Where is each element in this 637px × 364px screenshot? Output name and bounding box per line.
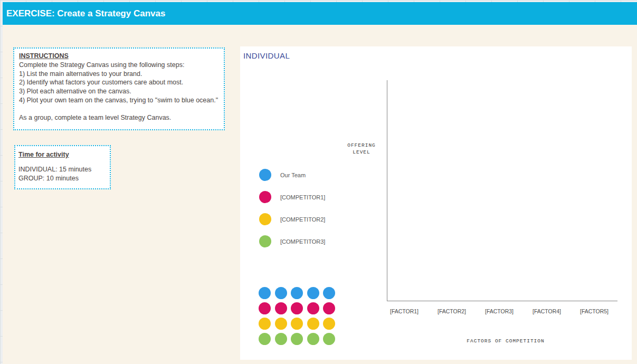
exercise-title-bar: EXERCISE: Create a Strategy Canvas xyxy=(3,2,637,25)
x-axis-line xyxy=(387,301,617,301)
instructions-step: 4) Plot your own team on the canvas, try… xyxy=(19,96,219,105)
palette-dot-yellow[interactable] xyxy=(291,318,303,330)
palette-dot-blue[interactable] xyxy=(259,287,271,299)
palette-dot-pink[interactable] xyxy=(323,302,335,314)
legend-label[interactable]: [COMPETITOR3] xyxy=(280,238,325,245)
instructions-step: 2) Identify what factors your customers … xyxy=(19,78,219,87)
y-axis-label-line: LEVEL xyxy=(338,149,385,156)
legend-row-competitor2: [COMPETITOR2] xyxy=(259,213,325,225)
instructions-heading: INSTRUCTIONS xyxy=(19,52,219,61)
palette-row-yellow xyxy=(259,318,335,330)
y-axis-line xyxy=(387,80,387,301)
competitor3-dot[interactable] xyxy=(259,235,271,247)
time-group: GROUP: 10 minutes xyxy=(18,174,107,183)
whiteboard-background: EXERCISE: Create a Strategy Canvas INSTR… xyxy=(0,0,637,364)
spacer xyxy=(19,105,219,113)
legend-label[interactable]: [COMPETITOR1] xyxy=(280,194,325,200)
palette-dot-yellow[interactable] xyxy=(259,318,271,330)
palette-dot-green[interactable] xyxy=(307,333,319,345)
instructions-step: 1) List the main alternatives to your br… xyxy=(19,70,219,79)
palette-dot-yellow[interactable] xyxy=(307,318,319,330)
spacer xyxy=(18,159,107,165)
instructions-footer: As a group, complete a team level Strate… xyxy=(19,113,219,122)
factor-label-4[interactable]: [FACTOR4] xyxy=(533,308,561,314)
time-for-activity-box: Time for activity INDIVIDUAL: 15 minutes… xyxy=(14,145,111,189)
y-axis-label: OFFERING LEVEL xyxy=(338,142,385,156)
palette-row-blue xyxy=(259,287,335,299)
palette-dot-yellow[interactable] xyxy=(275,318,287,330)
palette-dot-pink[interactable] xyxy=(307,302,319,314)
palette-dot-yellow[interactable] xyxy=(323,318,335,330)
dot-palette xyxy=(259,287,335,345)
instructions-step: 3) Plot each alternative on the canvas. xyxy=(19,87,219,96)
factor-label-3[interactable]: [FACTOR3] xyxy=(485,308,514,314)
exercise-title: EXERCISE: Create a Strategy Canvas xyxy=(6,8,165,18)
competitor1-dot[interactable] xyxy=(259,191,271,203)
instructions-box: INSTRUCTIONS Complete the Strategy Canva… xyxy=(13,47,225,130)
palette-dot-pink[interactable] xyxy=(275,302,287,314)
palette-dot-blue[interactable] xyxy=(291,287,303,299)
time-box-heading: Time for activity xyxy=(18,150,107,159)
palette-dot-green[interactable] xyxy=(291,333,303,345)
palette-dot-pink[interactable] xyxy=(291,302,303,314)
legend-row-competitor1: [COMPETITOR1] xyxy=(259,191,325,203)
palette-row-pink xyxy=(259,302,335,314)
legend-row-our-team: Our Team xyxy=(259,169,306,181)
factor-label-5[interactable]: [FACTOR5] xyxy=(580,308,609,314)
factor-label-1[interactable]: [FACTOR1] xyxy=(390,308,419,314)
factor-label-2[interactable]: [FACTOR2] xyxy=(438,308,466,314)
palette-dot-blue[interactable] xyxy=(307,287,319,299)
panel-title: INDIVIDUAL xyxy=(243,51,290,60)
individual-canvas-panel: INDIVIDUAL OFFERING LEVEL FACTORS OF COM… xyxy=(240,46,632,360)
our-team-dot[interactable] xyxy=(259,169,271,181)
palette-dot-blue[interactable] xyxy=(323,287,335,299)
legend-label[interactable]: [COMPETITOR2] xyxy=(280,216,325,223)
palette-dot-green[interactable] xyxy=(259,333,271,345)
time-individual: INDIVIDUAL: 15 minutes xyxy=(18,165,107,174)
competitor2-dot[interactable] xyxy=(259,213,271,225)
palette-row-green xyxy=(259,333,335,345)
legend-label[interactable]: Our Team xyxy=(280,172,306,178)
palette-dot-blue[interactable] xyxy=(275,287,287,299)
y-axis-label-line: OFFERING xyxy=(338,142,385,149)
palette-dot-green[interactable] xyxy=(323,333,335,345)
x-axis-label: FACTORS OF COMPETITION xyxy=(467,338,544,344)
palette-dot-pink[interactable] xyxy=(259,302,271,314)
palette-dot-green[interactable] xyxy=(275,333,287,345)
legend-row-competitor3: [COMPETITOR3] xyxy=(259,235,325,247)
instructions-intro: Complete the Strategy Canvas using the f… xyxy=(19,61,219,70)
